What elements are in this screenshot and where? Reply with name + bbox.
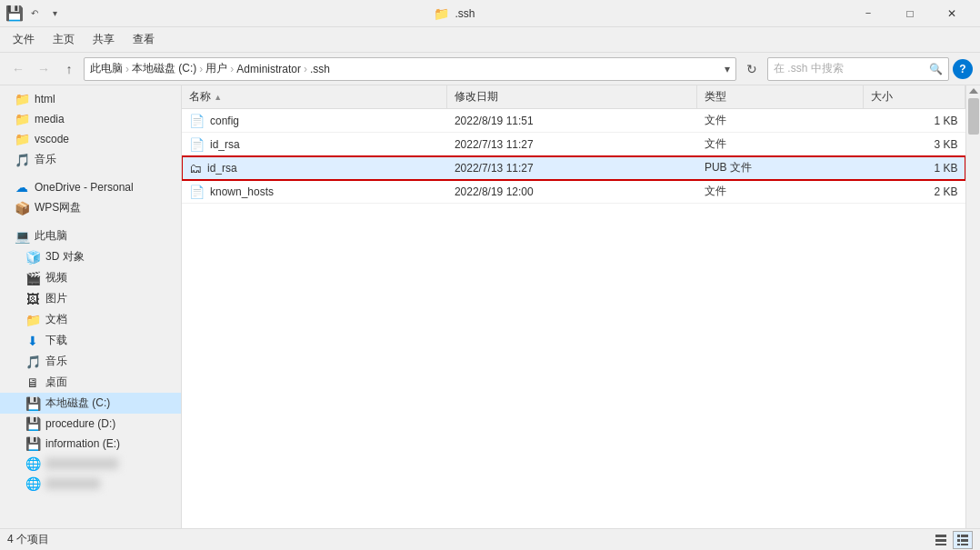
search-placeholder: 在 .ssh 中搜索 [774, 61, 925, 76]
sidebar-item-music[interactable]: 🎵 音乐 [0, 351, 181, 372]
sidebar-item-music-quick[interactable]: 🎵 音乐 [0, 149, 181, 170]
sidebar-item-onedrive[interactable]: ☁ OneDrive - Personal [0, 177, 181, 197]
svg-rect-4 [961, 535, 968, 537]
search-icon[interactable]: 🔍 [929, 63, 943, 75]
scroll-up-arrow[interactable] [969, 88, 978, 94]
list-view-button[interactable] [931, 531, 951, 549]
sidebar-item-label: vscode [35, 133, 69, 145]
sidebar-item-media[interactable]: 📁 media [0, 109, 181, 129]
desktop-icon: 🖥 [25, 375, 40, 390]
sidebar-item-thispc[interactable]: 💻 此电脑 [0, 225, 181, 246]
sidebar-item-label: 视频 [45, 270, 67, 285]
file-type: 文件 [697, 180, 863, 204]
file-type-icon: 🗂 [189, 161, 202, 175]
forward-button[interactable]: → [33, 58, 55, 80]
menu-share[interactable]: 共享 [84, 28, 124, 51]
file-table: 名称 修改日期 类型 大小 📄 config 2022/8/19 11:51 文… [182, 85, 965, 204]
sidebar-item-vscode[interactable]: 📁 vscode [0, 129, 181, 149]
sidebar-item-downloads[interactable]: ⬇ 下载 [0, 330, 181, 351]
table-row[interactable]: 📄 known_hosts 2022/8/19 12:00 文件 2 KB [182, 180, 965, 204]
col-name[interactable]: 名称 [182, 85, 447, 109]
address-dropdown-arrow[interactable]: ▾ [725, 63, 730, 75]
help-button[interactable]: ? [953, 59, 973, 79]
address-bar[interactable]: 此电脑 › 本地磁盘 (C:) › 用户 › Administrator › .… [84, 57, 736, 81]
undo-icon: ↶ [27, 6, 42, 21]
file-size: 2 KB [863, 180, 965, 204]
menu-home[interactable]: 主页 [44, 28, 84, 51]
file-type: PUB 文件 [697, 156, 863, 180]
sidebar-item-procedure-d[interactable]: 💾 procedure (D:) [0, 414, 181, 434]
svg-rect-2 [935, 544, 946, 545]
breadcrumb-sep-3: › [230, 63, 234, 75]
file-name: id_rsa [210, 138, 240, 151]
back-button[interactable]: ← [7, 58, 29, 80]
sidebar-item-pictures[interactable]: 🖼 图片 [0, 288, 181, 309]
3d-icon: 🧊 [25, 250, 40, 265]
menu-file[interactable]: 文件 [4, 28, 44, 51]
sidebar-item-documents[interactable]: 📁 文档 [0, 309, 181, 330]
title-bar: 💾 ↶ ▾ 📁 .ssh － □ ✕ [0, 0, 980, 27]
maximize-button[interactable]: □ [889, 0, 931, 27]
breadcrumb-sep-2: › [199, 63, 203, 75]
sidebar-item-local-disk-c[interactable]: 💾 本地磁盘 (C:) [0, 393, 181, 414]
breadcrumb-ssh[interactable]: .ssh [310, 63, 330, 75]
info-disk-icon: 💾 [25, 436, 40, 451]
table-row[interactable]: 🗂 id_rsa 2022/7/13 11:27 PUB 文件 1 KB [182, 156, 965, 180]
col-type[interactable]: 类型 [697, 85, 863, 109]
search-bar[interactable]: 在 .ssh 中搜索 🔍 [767, 57, 949, 81]
file-size: 1 KB [863, 109, 965, 133]
file-name-cell: 📄 known_hosts [182, 180, 447, 204]
col-modified[interactable]: 修改日期 [447, 85, 697, 109]
up-button[interactable]: ↑ [58, 58, 80, 80]
sidebar-item-label: 此电脑 [35, 228, 67, 244]
breadcrumb-c[interactable]: 本地磁盘 (C:) [132, 61, 196, 76]
title-bar-title: 📁 .ssh [62, 6, 847, 21]
sidebar-item-blurred-2[interactable]: 🌐 [0, 474, 181, 494]
video-icon: 🎬 [25, 271, 40, 285]
sidebar-item-label: 音乐 [35, 152, 56, 167]
file-name: id_rsa [207, 162, 237, 175]
wps-icon: 📦 [15, 201, 29, 215]
sidebar-item-desktop[interactable]: 🖥 桌面 [0, 372, 181, 393]
save-icon: 💾 [7, 6, 22, 21]
breadcrumb-sep-4: › [304, 63, 307, 75]
sidebar-item-information-e[interactable]: 💾 information (E:) [0, 434, 181, 454]
folder-icon: 📁 [15, 112, 29, 126]
sidebar-item-label [45, 458, 118, 469]
file-type: 文件 [697, 109, 863, 133]
sidebar-item-wps[interactable]: 📦 WPS网盘 [0, 197, 181, 218]
scrollbar[interactable] [965, 85, 980, 528]
detail-view-button[interactable] [953, 531, 973, 549]
sidebar: 📁 html 📁 media 📁 vscode 🎵 音乐 ☁ OneDrive … [0, 85, 182, 528]
table-row[interactable]: 📄 config 2022/8/19 11:51 文件 1 KB [182, 109, 965, 133]
svg-rect-8 [961, 544, 968, 545]
computer-icon: 💻 [15, 229, 29, 244]
close-button[interactable]: ✕ [931, 0, 973, 27]
image-icon: 🖼 [25, 292, 40, 306]
title-bar-icons: 💾 ↶ ▾ [7, 6, 62, 21]
menu-view[interactable]: 查看 [124, 28, 164, 51]
file-name-cell: 🗂 id_rsa [182, 156, 447, 180]
minimize-button[interactable]: － [847, 0, 889, 27]
col-size[interactable]: 大小 [863, 85, 965, 109]
svg-rect-0 [935, 535, 946, 537]
scroll-thumb[interactable] [968, 98, 979, 135]
sidebar-item-blurred-1[interactable]: 🌐 [0, 454, 181, 474]
refresh-button[interactable]: ↻ [740, 57, 764, 81]
breadcrumb-admin[interactable]: Administrator [236, 63, 301, 75]
sidebar-item-label: 文档 [45, 312, 67, 327]
sidebar-item-label: 图片 [45, 291, 67, 306]
file-type-icon: 📄 [189, 114, 205, 128]
sidebar-item-html[interactable]: 📁 html [0, 89, 181, 109]
file-name: config [210, 115, 239, 127]
sidebar-item-label: WPS网盘 [35, 200, 81, 215]
sidebar-item-video[interactable]: 🎬 视频 [0, 267, 181, 288]
content-wrapper: 名称 修改日期 类型 大小 📄 config 2022/8/19 11:51 文… [182, 85, 980, 528]
sidebar-item-3d[interactable]: 🧊 3D 对象 [0, 246, 181, 267]
breadcrumb-pc[interactable]: 此电脑 [90, 61, 123, 76]
breadcrumb: 此电脑 › 本地磁盘 (C:) › 用户 › Administrator › .… [90, 61, 330, 76]
breadcrumb-users[interactable]: 用户 [205, 61, 227, 76]
sidebar-item-label: procedure (D:) [45, 417, 115, 430]
main-layout: 📁 html 📁 media 📁 vscode 🎵 音乐 ☁ OneDrive … [0, 85, 980, 528]
table-row[interactable]: 📄 id_rsa 2022/7/13 11:27 文件 3 KB [182, 133, 965, 156]
